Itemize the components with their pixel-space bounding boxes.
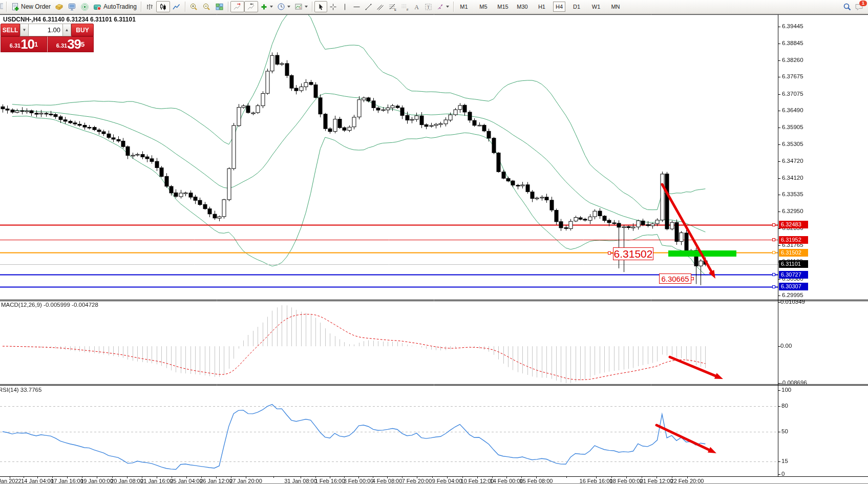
time-tick-label: 16 Feb 16:00 <box>580 478 613 484</box>
time-tick-label: Jan 2022 <box>0 478 22 484</box>
signals-icon-button[interactable] <box>78 1 91 12</box>
add-indicator-button[interactable] <box>258 1 275 12</box>
tab-timeframe-d1[interactable]: D1 <box>568 2 585 12</box>
time-tick-label: 26 Jan 12:00 <box>200 478 232 484</box>
divider <box>141 2 141 12</box>
tab-timeframe-m15[interactable]: M15 <box>495 2 511 12</box>
rsi-tick-label: 15 <box>781 458 788 464</box>
mt4-window: New Order AutoTrading <box>0 0 868 484</box>
terminal-icon-button[interactable] <box>66 1 78 12</box>
shapes-tool-button[interactable] <box>434 1 451 12</box>
sell-price-sup: 1 <box>34 37 38 52</box>
volume-decrease-button[interactable]: ▼ <box>20 24 29 36</box>
tab-timeframe-m30[interactable]: M30 <box>514 2 531 12</box>
chevron-down-icon <box>287 6 290 8</box>
buy-price[interactable]: 6.31395 <box>47 36 94 52</box>
price-tag: 6.32483 <box>779 221 808 228</box>
sell-price[interactable]: 6.31101 <box>1 36 47 52</box>
tab-timeframe-h1[interactable]: H1 <box>534 2 550 12</box>
notifications-button[interactable]: 1 <box>855 3 864 11</box>
annotation-price-label[interactable]: 6.31502 <box>613 247 653 260</box>
cursor-tool-button[interactable] <box>314 1 327 12</box>
zoom-in-button[interactable] <box>187 1 200 12</box>
buy-price-big: 39 <box>67 37 81 51</box>
toolbar-right: 1 <box>843 3 868 11</box>
chart-canvas[interactable] <box>0 0 868 484</box>
time-tick-label: 10 Feb 12:00 <box>461 478 494 484</box>
time-tick-label: 20 Jan 08:00 <box>111 478 143 484</box>
tab-timeframe-m5[interactable]: M5 <box>475 2 492 12</box>
rsi-tick-label: 0 <box>781 471 785 477</box>
tab-timeframe-mn[interactable]: MN <box>607 2 624 12</box>
chart-line-button[interactable] <box>170 1 183 12</box>
tab-timeframe-w1[interactable]: W1 <box>588 2 604 12</box>
time-tick-label: 15 Feb 08:00 <box>520 478 553 484</box>
buy-price-sup: 5 <box>81 37 84 52</box>
deposit-icon-button[interactable] <box>53 1 66 12</box>
divider <box>6 2 7 12</box>
time-tick-label: 14 Jan 04:00 <box>21 478 54 484</box>
sell-button[interactable]: SELL <box>1 24 20 36</box>
tab-timeframe-m1[interactable]: M1 <box>456 2 472 12</box>
tab-timeframe-h4[interactable]: H4 <box>553 2 565 12</box>
volume-input[interactable]: 1.00 <box>29 24 62 36</box>
macd-indicator-label: MACD(12,26,9) -0.005999 -0.004728 <box>1 302 98 308</box>
rsi-tick-label: 80 <box>781 403 788 409</box>
notification-badge: 1 <box>859 1 867 6</box>
annotation-price-label[interactable]: 6.30665 <box>659 273 691 284</box>
template-button[interactable] <box>292 1 310 12</box>
price-tick-label: 6.38845 <box>782 40 803 46</box>
buy-price-prefix: 6.31 <box>56 40 67 51</box>
crosshair-tool-button[interactable] <box>327 1 339 12</box>
chart-title: USDCNH-,H4 6.31140 6.31234 6.31101 6.311… <box>3 16 136 23</box>
svg-text:A: A <box>414 3 419 10</box>
price-tick-label: 6.38260 <box>782 57 803 63</box>
price-tick-label: 6.37075 <box>782 91 803 97</box>
time-tick-label: 27 Jan 20:00 <box>229 478 262 484</box>
price-tick-label: 6.36490 <box>782 107 803 113</box>
text-label-tool-button[interactable]: T <box>422 1 434 12</box>
rsi-tick-label: 50 <box>781 428 788 434</box>
rsi-indicator-label: RSI(14) 33.7765 <box>0 387 41 393</box>
chart-candles-button[interactable] <box>156 1 170 12</box>
vertical-line-tool-button[interactable] <box>339 1 351 12</box>
price-tick-label: 6.34120 <box>782 175 803 181</box>
search-icon[interactable] <box>843 3 852 11</box>
chart-bars-button[interactable] <box>143 1 156 12</box>
grid-tool-button[interactable]: F <box>398 1 411 12</box>
tile-windows-button[interactable] <box>213 1 226 12</box>
auto-scroll-button[interactable] <box>244 1 258 12</box>
sell-price-big: 10 <box>20 37 34 51</box>
price-tick-label: 6.35905 <box>782 124 803 130</box>
time-tick-label: 4 Feb 08:00 <box>372 478 403 484</box>
sell-price-prefix: 6.31 <box>10 40 20 51</box>
price-tag: 6.31101 <box>779 260 808 268</box>
period-button[interactable] <box>275 1 292 12</box>
time-tick-label: 31 Jan 08:00 <box>284 478 317 484</box>
svg-text:F: F <box>407 8 409 11</box>
time-tick-label: 14 Feb 00:00 <box>490 478 523 484</box>
price-tick-label: 6.39445 <box>782 23 803 29</box>
fibonacci-tool-button[interactable]: E <box>386 1 398 12</box>
time-tick-label: 9 Feb 04:00 <box>432 478 462 484</box>
price-tick-label: 6.33535 <box>782 191 803 197</box>
new-order-button[interactable]: New Order <box>9 1 53 12</box>
main-toolbar: New Order AutoTrading <box>0 0 868 14</box>
price-tick-label: 6.35305 <box>782 141 803 147</box>
buy-button[interactable]: BUY <box>71 24 94 36</box>
time-tick-label: 21 Jan 16:00 <box>140 478 173 484</box>
macd-tick-label: 0.00 <box>780 343 792 349</box>
divider <box>453 2 454 12</box>
time-tick-label: 17 Jan 16:00 <box>51 478 83 484</box>
channel-tool-button[interactable] <box>374 1 386 12</box>
chart-shift-button[interactable] <box>230 1 244 12</box>
price-tick-label: 6.37675 <box>782 73 803 79</box>
trendline-tool-button[interactable] <box>363 1 374 12</box>
time-tick-label: 7 Feb 20:00 <box>402 478 432 484</box>
volume-increase-button[interactable]: ▲ <box>62 24 71 36</box>
text-tool-button[interactable]: A <box>411 1 422 12</box>
divider <box>228 2 228 12</box>
autotrading-button[interactable]: AutoTrading <box>91 1 139 12</box>
horizontal-line-tool-button[interactable] <box>351 1 363 12</box>
zoom-out-button[interactable] <box>200 1 213 12</box>
